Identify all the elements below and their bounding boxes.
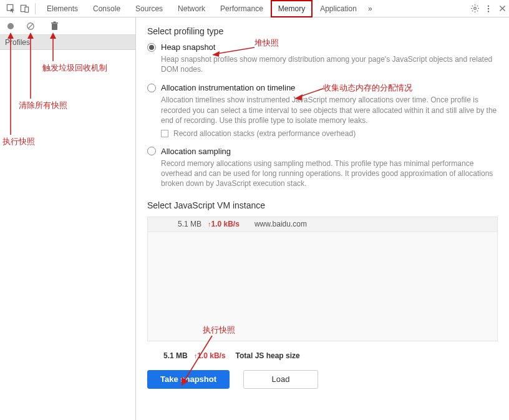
tab-application[interactable]: Application [313, 0, 364, 17]
footer-rate: ↑1.0 kB/s [194, 351, 226, 360]
option-alloc-timeline[interactable]: Allocation instrumentation on timeline A… [147, 83, 498, 138]
inspect-element-icon[interactable] [4, 2, 17, 16]
left-sidebar: Profiles [0, 17, 136, 420]
kebab-menu-icon[interactable] [482, 2, 495, 16]
svg-point-6 [488, 11, 489, 12]
option-desc: Heap snapshot profiles show memory distr… [161, 54, 498, 74]
take-snapshot-button[interactable]: Take snapshot [147, 370, 230, 389]
gc-button[interactable] [49, 21, 60, 32]
tab-network[interactable]: Network [170, 0, 213, 17]
tab-console[interactable]: Console [85, 0, 128, 17]
settings-icon[interactable] [468, 2, 482, 16]
tab-performance[interactable]: Performance [213, 0, 271, 17]
footer-label: Total JS heap size [236, 351, 300, 360]
svg-rect-12 [53, 22, 56, 23]
option-title: Heap snapshot [161, 42, 215, 52]
divider [35, 3, 36, 14]
svg-point-4 [488, 5, 489, 6]
svg-rect-2 [24, 7, 28, 12]
buttons-bar: Take snapshot Load [147, 370, 498, 389]
option-heap-snapshot[interactable]: Heap snapshot Heap snapshot profiles sho… [147, 42, 498, 74]
tab-sources[interactable]: Sources [128, 0, 170, 17]
tab-more[interactable]: » [364, 0, 376, 17]
option-alloc-sampling[interactable]: Allocation sampling Record memory alloca… [147, 147, 498, 189]
radio-alloc-sampling[interactable] [147, 147, 156, 155]
memory-panel: Select profiling type Heap snapshot Heap… [136, 17, 509, 420]
profiles-header[interactable]: Profiles [0, 35, 135, 50]
devtools-tabbar: Elements Console Sources Network Perform… [0, 0, 509, 17]
svg-point-7 [7, 23, 14, 29]
tab-elements[interactable]: Elements [39, 0, 85, 17]
svg-rect-10 [52, 24, 57, 30]
vm-instance-row[interactable]: 5.1 MB ↑1.0 kB/s www.baidu.com [148, 217, 497, 232]
option-desc: Allocation timelines show instrumented J… [161, 95, 498, 125]
tab-memory[interactable]: Memory [271, 0, 313, 17]
devtools-window: Elements Console Sources Network Perform… [0, 0, 509, 420]
vm-host: www.baidu.com [254, 220, 307, 228]
footer-stats: 5.1 MB ↑1.0 kB/s Total JS heap size [147, 346, 498, 365]
option-title: Allocation instrumentation on timeline [161, 83, 295, 92]
footer-size: 5.1 MB [163, 351, 188, 360]
svg-point-5 [488, 7, 489, 9]
close-icon[interactable] [495, 2, 509, 16]
section-profiling-type: Select profiling type [147, 26, 498, 36]
svg-rect-11 [51, 22, 58, 24]
svg-line-9 [28, 24, 32, 28]
section-vm-instance: Select JavaScript VM instance [147, 200, 498, 210]
checkbox-record-stacks[interactable] [161, 130, 168, 137]
checkbox-row[interactable]: Record allocation stacks (extra performa… [161, 129, 498, 138]
option-desc: Record memory allocations using sampling… [161, 159, 498, 189]
vm-rate: ↑1.0 kB/s [208, 220, 240, 228]
device-toggle-icon[interactable] [17, 2, 31, 16]
vm-size: 5.1 MB [167, 220, 201, 228]
svg-point-3 [473, 7, 476, 10]
profiles-toolbar [0, 17, 135, 35]
load-button[interactable]: Load [243, 370, 318, 389]
vm-instance-list: 5.1 MB ↑1.0 kB/s www.baidu.com [147, 217, 498, 341]
radio-alloc-timeline[interactable] [147, 84, 156, 92]
option-title: Allocation sampling [161, 147, 231, 156]
clear-button[interactable] [25, 21, 36, 32]
checkbox-label: Record allocation stacks (extra performa… [173, 129, 356, 138]
radio-heap-snapshot[interactable] [147, 43, 156, 52]
record-button[interactable] [5, 21, 16, 32]
panel-body: Profiles Select profiling type Heap snap… [0, 17, 509, 420]
